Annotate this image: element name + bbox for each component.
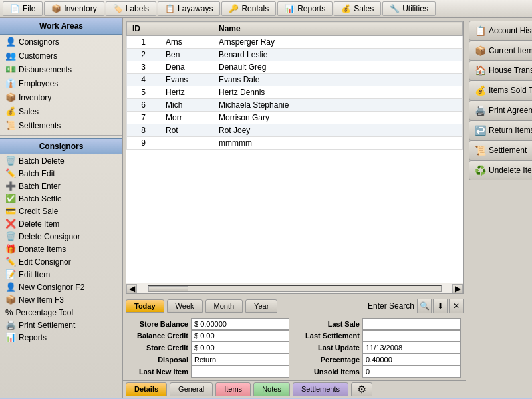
sidebar-nav-inventory[interactable]: 📦Inventory	[0, 90, 122, 104]
menu-item-reports[interactable]: 📊Reports	[277, 1, 332, 16]
sidebar-action-percentage-tool[interactable]: %Percentage Tool	[0, 306, 122, 319]
edit-item-action-label: Edit Item	[19, 270, 50, 279]
cell-id: 2	[127, 49, 160, 61]
right-btn-undelete-items[interactable]: ♻️Undelete Items	[469, 160, 532, 180]
store-credit-input[interactable]	[191, 342, 289, 354]
period-tab-month[interactable]: Month	[205, 299, 243, 313]
house-transfer-label: House Transfer	[489, 66, 532, 75]
account-history-label: Account History	[489, 26, 532, 35]
batch-delete-action-label: Batch Delete	[19, 156, 65, 166]
sidebar-action-edit-consignor[interactable]: ✏️Edit Consignor	[0, 255, 122, 268]
menu-item-file[interactable]: 📄File	[3, 1, 43, 16]
sidebar-nav: 👤Consignors👥Customers💵Disbursements👔Empl…	[0, 35, 122, 132]
table-row[interactable]: 1 Arns Arnsperger Ray	[127, 36, 463, 49]
right-btn-current-items[interactable]: 📦Current Items	[469, 41, 532, 61]
sidebar-action-credit-sale[interactable]: 💳Credit Sale	[0, 205, 122, 217]
right-btn-settlement[interactable]: 📜Settlement	[469, 140, 532, 160]
customers-nav-icon: 👥	[5, 51, 16, 61]
unsold-items-input[interactable]	[362, 366, 461, 378]
sidebar-nav-disbursements[interactable]: 💵Disbursements	[0, 63, 122, 76]
period-tab-week[interactable]: Week	[167, 299, 203, 313]
table-row[interactable]: 4 Evans Evans Dale	[127, 74, 463, 86]
cell-name: Denault Greg	[213, 61, 463, 74]
sidebar-nav-consignors[interactable]: 👤Consignors	[0, 35, 122, 49]
menu-item-labels[interactable]: 🏷️Labels	[106, 1, 156, 16]
sidebar-action-new-consignor[interactable]: 👤New Consignor F2	[0, 281, 122, 293]
table-row[interactable]: 9 mmmmm	[127, 137, 463, 150]
sidebar-action-edit-item[interactable]: 📝Edit Item	[0, 268, 122, 281]
sidebar-action-donate-items[interactable]: 🎁Donate Items	[0, 243, 122, 255]
table-row[interactable]: 7 Morr Morrison Gary	[127, 112, 463, 124]
sidebar-action-batch-settle[interactable]: ✅Batch Settle	[0, 192, 122, 205]
cell-name: mmmmm	[213, 137, 463, 150]
sidebar-action-delete-consignor[interactable]: 🗑️Delete Consignor	[0, 230, 122, 243]
last-sale-label: Last Sale	[300, 320, 360, 328]
right-btn-items-sold-today[interactable]: 💰Items Sold Today	[469, 80, 532, 100]
period-tab-today[interactable]: Today	[126, 299, 164, 313]
table-row[interactable]: 8 Rot Rot Joey	[127, 124, 463, 137]
right-btn-house-transfer[interactable]: 🏠House Transfer	[469, 61, 532, 80]
menu-item-layaways[interactable]: 📋Layaways	[158, 1, 220, 16]
sidebar-nav-employees[interactable]: 👔Employees	[0, 76, 122, 90]
sidebar-nav-sales[interactable]: 💰Sales	[0, 104, 122, 118]
scrollbar-track[interactable]	[148, 285, 442, 292]
batch-settle-action-label: Batch Settle	[19, 194, 62, 203]
sidebar-nav-customers[interactable]: 👥Customers	[0, 49, 122, 63]
bottom-tab-items[interactable]: Items	[215, 382, 251, 396]
scrollbar-thumb[interactable]	[148, 286, 188, 291]
table-row[interactable]: 5 Hertz Hertz Dennis	[127, 86, 463, 99]
bottom-tab-extra[interactable]: ⚙	[351, 382, 372, 396]
sidebar-action-batch-delete[interactable]: 🗑️Batch Delete	[0, 154, 122, 167]
table-body: 1 Arns Arnsperger Ray 2 Ben Benard Lesli…	[127, 36, 463, 150]
right-btn-account-history[interactable]: 📋Account History	[469, 21, 532, 41]
disposal-input[interactable]	[191, 354, 289, 366]
right-btn-print-agreement[interactable]: 🖨️Print Agreement	[469, 100, 532, 120]
right-btn-return-items[interactable]: ↩️Return Items	[469, 120, 532, 140]
table-row[interactable]: 3 Dena Denault Greg	[127, 61, 463, 74]
menu-item-utilities[interactable]: 🔧Utilities	[382, 1, 436, 16]
credit-sale-action-icon: 💳	[5, 206, 16, 216]
horizontal-scrollbar[interactable]: ◀ ▶	[126, 283, 463, 293]
sidebar-action-batch-enter[interactable]: ➕Batch Enter	[0, 180, 122, 192]
balance-credit-input[interactable]	[191, 330, 289, 342]
sidebar-action-batch-edit[interactable]: ✏️Batch Edit	[0, 167, 122, 180]
search-btn-2[interactable]: ⬇	[433, 299, 448, 313]
percentage-input[interactable]	[362, 354, 461, 366]
menu-item-sales[interactable]: 💰Sales	[334, 1, 381, 16]
current-items-label: Current Items	[489, 46, 532, 55]
batch-enter-action-label: Batch Enter	[19, 182, 61, 191]
bottom-tab-settlements[interactable]: Settlements	[293, 382, 348, 396]
last-update-label: Last Update	[300, 344, 360, 352]
last-sale-input[interactable]	[362, 318, 461, 330]
table-row[interactable]: 2 Ben Benard Leslie	[127, 49, 463, 61]
credit-sale-action-label: Credit Sale	[19, 207, 58, 216]
cell-id: 3	[127, 61, 160, 74]
house-transfer-icon: 🏠	[475, 65, 486, 76]
last-update-input[interactable]	[362, 342, 461, 354]
bottom-tab-details[interactable]: Details	[126, 382, 167, 396]
sidebar-action-print-settlement[interactable]: 🖨️Print Settlement	[0, 319, 122, 331]
consignors-nav-label: Consignors	[19, 37, 59, 47]
bottom-tabs-container: DetailsGeneralItemsNotesSettlements⚙	[126, 382, 464, 396]
sidebar-nav-settlements[interactable]: 📜Settlements	[0, 118, 122, 132]
bottom-tab-general[interactable]: General	[170, 382, 213, 396]
form-row-last-new-item: Last New Item	[128, 366, 289, 378]
menu-item-rentals[interactable]: 🔑Rentals	[221, 1, 276, 16]
form-row-last-settlement: Last Settlement	[300, 330, 461, 342]
sidebar-action-new-item[interactable]: 📦New Item F3	[0, 293, 122, 306]
sidebar-action-reports[interactable]: 📊Reports	[0, 331, 122, 344]
sidebar-divider	[0, 135, 122, 136]
period-tab-year[interactable]: Year	[245, 299, 277, 313]
last-new-item-input[interactable]	[191, 366, 289, 378]
consignors-section-title: Consignors	[0, 138, 122, 154]
menu-item-inventory[interactable]: 📦Inventory	[44, 1, 104, 16]
bottom-tab-notes[interactable]: Notes	[253, 382, 290, 396]
store-balance-input[interactable]	[191, 318, 289, 330]
print-settlement-action-label: Print Settlement	[19, 321, 75, 330]
search-btn-1[interactable]: 🔍	[417, 299, 432, 313]
data-table-container: ID Name 1 Arns Arnsperger Ray 2 Ben Bena…	[126, 21, 464, 294]
last-settlement-input[interactable]	[362, 330, 461, 342]
table-row[interactable]: 6 Mich Michaela Stephanie	[127, 99, 463, 112]
search-btn-3[interactable]: ✕	[449, 299, 464, 313]
sidebar-action-delete-item[interactable]: ❌Delete Item	[0, 217, 122, 230]
